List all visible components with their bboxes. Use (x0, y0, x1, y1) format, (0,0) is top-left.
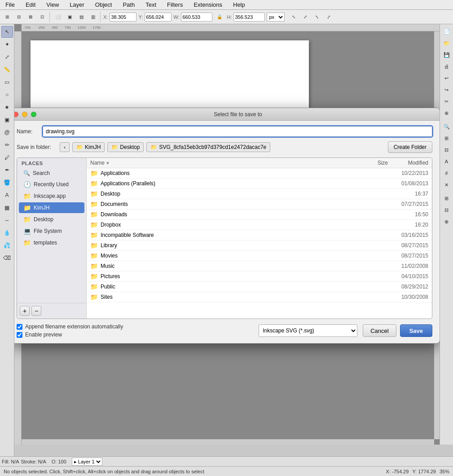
right-btn-10[interactable]: ⊞ (441, 133, 452, 144)
places-item-desktop[interactable]: 📁 Desktop (19, 214, 84, 225)
breadcrumb-desktop[interactable]: 📁 Desktop (107, 142, 144, 152)
right-btn-5[interactable]: ↩ (441, 73, 452, 83)
col-size-header[interactable]: Size (356, 160, 388, 166)
rect-tool[interactable]: ▭ (1, 76, 13, 88)
col-modified-header[interactable]: Modified (388, 160, 428, 166)
menu-object[interactable]: Object (93, 0, 114, 9)
right-btn-9[interactable]: 🔍 (441, 121, 452, 132)
places-add-btn[interactable]: + (20, 306, 30, 316)
gradient-tool[interactable]: ▦ (1, 202, 13, 214)
snap-btn-1[interactable]: ⊞ (2, 12, 13, 22)
file-row[interactable]: 📁 Applications (Parallels) 01/08/2013 (87, 179, 432, 189)
file-row[interactable]: 📁 Documents 07/27/2015 (87, 199, 432, 210)
align-top-btn[interactable]: ▥ (88, 12, 98, 22)
file-row[interactable]: 📁 Sites 10/30/2008 (87, 292, 432, 302)
circle-tool[interactable]: ○ (1, 89, 13, 100)
nav-back-btn[interactable]: ‹ (60, 142, 70, 152)
menu-path[interactable]: Path (121, 0, 136, 9)
right-btn-1[interactable]: 📄 (441, 26, 452, 37)
file-row[interactable]: 📁 Applications 10/22/2013 (87, 168, 432, 179)
places-item-inkscape[interactable]: 📁 Inkscape.app (19, 191, 84, 201)
w-coord-input[interactable] (181, 13, 212, 22)
save-button[interactable]: Save (400, 324, 432, 337)
menu-layer[interactable]: Layer (68, 0, 86, 9)
right-btn-13[interactable]: # (441, 168, 452, 179)
format-select[interactable]: Inkscape SVG (*.svg)Plain SVG (*.svg)PDF… (259, 324, 357, 337)
menu-extensions[interactable]: Extensions (192, 0, 224, 9)
file-row[interactable]: 📁 Pictures 04/10/2015 (87, 271, 432, 282)
file-row[interactable]: 📁 Music 11/02/2008 (87, 261, 432, 271)
layer-select[interactable]: ▸ Layer 1 (72, 458, 102, 466)
measure-tool[interactable]: 📏 (1, 64, 13, 75)
places-remove-btn[interactable]: − (31, 306, 41, 316)
align-center-btn[interactable]: ▣ (64, 12, 75, 22)
dropper-tool[interactable]: 💧 (1, 227, 13, 239)
right-btn-11[interactable]: ⊟ (441, 144, 452, 155)
menu-file[interactable]: File (4, 0, 17, 9)
file-row[interactable]: 📁 Library 08/27/2015 (87, 240, 432, 251)
col-name-header[interactable]: Name ▼ (90, 160, 356, 166)
file-row[interactable]: 📁 Downloads 16:50 (87, 210, 432, 220)
file-row[interactable]: 📁 Dropbox 16:20 (87, 220, 432, 230)
align-right-btn[interactable]: ▤ (76, 12, 87, 22)
snap-btn-4[interactable]: ⊡ (37, 12, 48, 22)
eraser-tool[interactable]: ⌫ (1, 252, 13, 264)
spiral-tool[interactable]: @ (1, 127, 13, 138)
scrollbar-horizontal[interactable] (22, 439, 434, 445)
snap-btn-2[interactable]: ⊟ (13, 12, 24, 22)
pen-tool[interactable]: 🖊 (1, 152, 13, 163)
file-row[interactable]: 📁 Public 08/29/2012 (87, 282, 432, 292)
3d-tool[interactable]: ▣ (1, 114, 13, 126)
right-btn-2[interactable]: 📁 (441, 38, 452, 48)
star-tool[interactable]: ★ (1, 101, 13, 113)
menu-text[interactable]: Text (144, 0, 158, 9)
breadcrumb-svg[interactable]: 📁 SVG_8cfa15eb3cb97d379cd1e2472dacac7e (146, 142, 270, 152)
zoom-tool[interactable]: ⤢ (1, 51, 13, 63)
menu-help[interactable]: Help (231, 0, 247, 9)
snap-toggle-btn-1[interactable]: ⤡ (288, 12, 299, 22)
connector-tool[interactable]: ↔ (1, 214, 13, 226)
cancel-button[interactable]: Cancel (363, 324, 396, 337)
lock-aspect-btn[interactable]: 🔒 (214, 12, 225, 22)
window-maximize-btn[interactable] (31, 112, 36, 117)
unit-select[interactable]: px (267, 13, 285, 22)
window-minimize-btn[interactable] (22, 112, 27, 117)
node-tool[interactable]: ✦ (1, 39, 13, 50)
right-btn-7[interactable]: ✂ (441, 96, 452, 107)
spray-tool[interactable]: 💦 (1, 240, 13, 251)
places-item-kimjh[interactable]: 📁 KimJH (19, 202, 84, 213)
enable-preview-checkbox[interactable] (17, 332, 22, 338)
create-folder-btn[interactable]: Create Folder (388, 141, 432, 153)
bucket-tool[interactable]: 🪣 (1, 177, 13, 188)
file-row[interactable]: 📁 Desktop 16:37 (87, 189, 432, 199)
right-btn-4[interactable]: 🖨 (441, 61, 452, 72)
x-coord-input[interactable] (110, 13, 136, 22)
calligraphy-tool[interactable]: ✒ (1, 164, 13, 176)
right-btn-8[interactable]: ⊕ (441, 108, 452, 118)
places-item-filesystem[interactable]: 💻 File System (19, 226, 84, 236)
right-btn-6[interactable]: ↪ (441, 84, 452, 95)
snap-toggle-btn-4[interactable]: ⤤ (323, 12, 334, 22)
right-btn-16[interactable]: ⊟ (441, 205, 452, 215)
snap-btn-3[interactable]: ⊠ (25, 12, 36, 22)
append-ext-checkbox[interactable] (17, 324, 22, 330)
places-item-templates[interactable]: 📁 templates (19, 237, 84, 248)
breadcrumb-kimjh[interactable]: 📁 KimJH (72, 142, 105, 152)
right-btn-15[interactable]: ⊞ (441, 193, 452, 204)
y-coord-input[interactable] (145, 13, 172, 22)
file-row[interactable]: 📁 Movies 08/27/2015 (87, 251, 432, 261)
filename-input[interactable] (43, 126, 432, 137)
select-tool[interactable]: ↖ (1, 26, 13, 38)
menu-edit[interactable]: Edit (24, 0, 37, 9)
snap-toggle-btn-3[interactable]: ⤣ (312, 12, 322, 22)
menu-filters[interactable]: Filters (165, 0, 185, 9)
right-btn-3[interactable]: 💾 (441, 49, 452, 60)
right-btn-17[interactable]: ⊕ (441, 216, 452, 227)
snap-toggle-btn-2[interactable]: ⤢ (300, 12, 311, 22)
places-item-search[interactable]: 🔍 Search (19, 168, 84, 178)
text-tool[interactable]: A (1, 189, 13, 201)
right-btn-14[interactable]: ✕ (441, 179, 452, 190)
pencil-tool[interactable]: ✏ (1, 139, 13, 151)
h-coord-input[interactable] (233, 13, 265, 22)
places-item-recently-used[interactable]: 🕐 Recently Used (19, 179, 84, 190)
